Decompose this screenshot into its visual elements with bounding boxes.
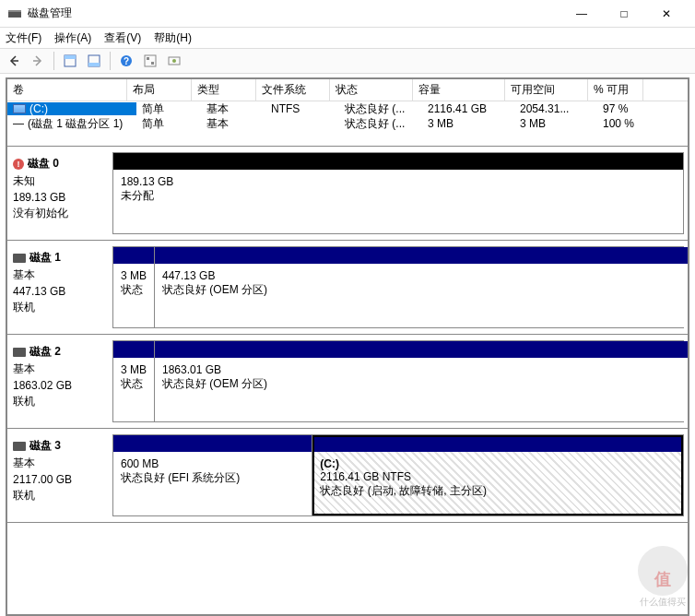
col-type[interactable]: 类型	[192, 79, 256, 101]
partition-body: 1863.01 GB状态良好 (OEM 分区)	[155, 358, 688, 421]
partition[interactable]: 3 MB状态	[113, 247, 155, 327]
maximize-button[interactable]: □	[603, 0, 645, 28]
svg-rect-1	[8, 10, 21, 12]
disk-layout: 600 MB状态良好 (EFI 系统分区)(C:)2116.41 GB NTFS…	[112, 434, 684, 516]
view-bottom-button[interactable]	[84, 51, 104, 71]
disk-icon	[13, 442, 26, 451]
partition-body: 447.13 GB状态良好 (OEM 分区)	[155, 264, 688, 327]
toolbar-separator	[110, 52, 111, 70]
volume-row[interactable]: (C:)简单基本NTFS状态良好 (...2116.41 GB2054.31..…	[7, 101, 688, 116]
partition[interactable]: 600 MB状态良好 (EFI 系统分区)	[113, 435, 312, 515]
partition-header	[113, 153, 683, 170]
error-icon: !	[13, 159, 24, 170]
menu-file[interactable]: 文件(F)	[6, 30, 41, 46]
close-button[interactable]: ✕	[645, 0, 688, 28]
volume-header-row: 卷 布局 类型 文件系统 状态 容量 可用空间 % 可用	[7, 79, 688, 101]
menu-action[interactable]: 操作(A)	[54, 30, 91, 46]
svg-rect-8	[145, 55, 156, 66]
partition-body: 189.13 GB未分配	[113, 170, 683, 233]
col-capacity[interactable]: 容量	[413, 79, 505, 101]
partition-body: (C:)2116.41 GB NTFS状态良好 (启动, 故障转储, 主分区)	[312, 452, 683, 515]
disk-icon	[13, 254, 26, 263]
disk-row: !磁盘 0未知189.13 GB没有初始化189.13 GB未分配	[7, 147, 688, 241]
disk-info: 磁盘 1基本447.13 GB联机	[7, 246, 111, 328]
window-title: 磁盘管理	[28, 6, 560, 21]
menu-view[interactable]: 查看(V)	[104, 30, 141, 46]
minimize-button[interactable]: —	[560, 0, 603, 28]
svg-rect-10	[151, 62, 154, 65]
partition-header	[312, 435, 683, 452]
forward-button[interactable]	[28, 51, 48, 71]
partition-body: 3 MB状态	[113, 264, 154, 327]
partition-header	[155, 341, 688, 358]
view-top-button[interactable]	[60, 51, 80, 71]
disk-info: !磁盘 0未知189.13 GB没有初始化	[7, 152, 111, 234]
partition-header	[155, 247, 688, 264]
action-button[interactable]	[164, 51, 184, 71]
partition-body: 3 MB状态	[113, 358, 154, 421]
svg-rect-9	[147, 57, 149, 60]
svg-point-12	[172, 59, 176, 63]
disk-info: 磁盘 2基本1863.02 GB联机	[7, 340, 111, 422]
col-free[interactable]: 可用空间	[505, 79, 588, 101]
disk-mgmt-icon	[7, 6, 22, 21]
volume-rows[interactable]: (C:)简单基本NTFS状态良好 (...2116.41 GB2054.31..…	[7, 101, 688, 146]
disk-layout: 189.13 GB未分配	[112, 152, 684, 234]
volume-list: 卷 布局 类型 文件系统 状态 容量 可用空间 % 可用 (C:)简单基本NTF…	[7, 79, 688, 147]
disk-layout: 3 MB状态447.13 GB状态良好 (OEM 分区)	[112, 246, 684, 328]
partition-header	[113, 435, 312, 452]
col-status[interactable]: 状态	[330, 79, 413, 101]
menu-bar: 文件(F) 操作(A) 查看(V) 帮助(H)	[0, 28, 695, 48]
partition[interactable]: (C:)2116.41 GB NTFS状态良好 (启动, 故障转储, 主分区)	[312, 435, 683, 515]
volume-icon	[13, 104, 26, 113]
main-pane: 卷 布局 类型 文件系统 状态 容量 可用空间 % 可用 (C:)简单基本NTF…	[6, 77, 689, 616]
svg-rect-5	[88, 63, 100, 66]
col-volume[interactable]: 卷	[7, 79, 127, 101]
partition-header	[113, 341, 154, 358]
settings-button[interactable]	[140, 51, 160, 71]
col-pctfree[interactable]: % 可用	[588, 79, 643, 101]
disk-layout: 3 MB状态1863.01 GB状态良好 (OEM 分区)	[112, 340, 684, 422]
disks-pane[interactable]: !磁盘 0未知189.13 GB没有初始化189.13 GB未分配磁盘 1基本4…	[7, 147, 688, 614]
partition[interactable]: 1863.01 GB状态良好 (OEM 分区)	[155, 341, 688, 421]
partition-body: 600 MB状态良好 (EFI 系统分区)	[113, 452, 312, 515]
svg-text:?: ?	[124, 56, 129, 66]
title-bar: 磁盘管理 — □ ✕	[0, 0, 695, 28]
volume-row[interactable]: —(磁盘 1 磁盘分区 1)简单基本状态良好 (...3 MB3 MB100 %	[7, 116, 688, 131]
disk-row: 磁盘 2基本1863.02 GB联机3 MB状态1863.01 GB状态良好 (…	[7, 335, 688, 429]
menu-help[interactable]: 帮助(H)	[154, 30, 192, 46]
partition[interactable]: 3 MB状态	[113, 341, 155, 421]
col-fs[interactable]: 文件系统	[256, 79, 330, 101]
disk-row: 磁盘 3基本2117.00 GB联机600 MB状态良好 (EFI 系统分区)(…	[7, 429, 688, 523]
toolbar-separator	[53, 52, 54, 70]
disk-row: 磁盘 1基本447.13 GB联机3 MB状态447.13 GB状态良好 (OE…	[7, 241, 688, 335]
partition-header	[113, 247, 154, 264]
disk-icon	[13, 348, 26, 357]
back-button[interactable]	[4, 51, 24, 71]
volume-icon: —	[13, 117, 24, 130]
partition[interactable]: 189.13 GB未分配	[113, 153, 683, 233]
help-button[interactable]: ?	[116, 51, 136, 71]
toolbar: ?	[0, 48, 695, 74]
svg-rect-3	[65, 55, 76, 59]
disk-info: 磁盘 3基本2117.00 GB联机	[7, 434, 111, 516]
col-layout[interactable]: 布局	[127, 79, 192, 101]
partition[interactable]: 447.13 GB状态良好 (OEM 分区)	[155, 247, 688, 327]
